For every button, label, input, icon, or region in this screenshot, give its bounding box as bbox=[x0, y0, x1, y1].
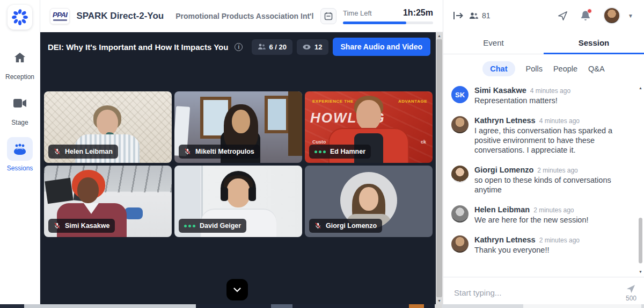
scrollbar-up-arrow[interactable]: ▲ bbox=[436, 32, 443, 39]
avatar bbox=[451, 235, 469, 253]
mic-muted-icon bbox=[54, 148, 61, 155]
message-author: Kathryn Letness2 minutes ago bbox=[474, 235, 580, 244]
capacity-badge: 6 / 20 bbox=[252, 39, 293, 55]
message-author: Kathryn Letness4 minutes ago bbox=[474, 116, 628, 125]
scrollbar-thumb[interactable] bbox=[436, 39, 442, 297]
mic-muted-icon bbox=[54, 222, 61, 230]
sidebar-item-reception[interactable]: Reception bbox=[5, 46, 34, 81]
chevron-down-icon bbox=[233, 288, 241, 292]
attendee-count-value: 81 bbox=[482, 11, 491, 20]
message-text: We are here for the new session! bbox=[474, 216, 589, 225]
people-icon bbox=[469, 12, 478, 19]
schedule-button[interactable] bbox=[320, 8, 336, 24]
chat-input[interactable] bbox=[454, 288, 620, 297]
user-avatar[interactable] bbox=[603, 7, 620, 24]
notifications-button[interactable] bbox=[581, 10, 590, 21]
panel-tabs: Event Session bbox=[443, 31, 644, 54]
scrollbar-thumb[interactable] bbox=[639, 218, 642, 263]
video-tile-giorgi-lomenzo[interactable]: Giorgi Lomenzo bbox=[305, 166, 433, 237]
chevron-down-icon[interactable]: ▼ bbox=[628, 13, 633, 19]
message-timestamp: 2 minutes ago bbox=[533, 206, 574, 214]
video-tile-ed-hamner[interactable]: EXPERIENCE THE ADVANTAGE HOWLING Custo c… bbox=[305, 91, 433, 163]
sessions-people-icon bbox=[13, 143, 27, 155]
scrollbar-segment bbox=[0, 304, 24, 308]
sidebar-item-label: Reception bbox=[5, 73, 34, 81]
message-timestamp: 4 minutes ago bbox=[530, 87, 570, 95]
participant-name-tag: Mikelti Metropulos bbox=[179, 145, 260, 159]
sidebar-item-label: Sessions bbox=[7, 164, 33, 172]
session-header: DEI: Why It's Important and How It Impac… bbox=[40, 32, 443, 57]
avatar bbox=[451, 166, 469, 183]
attendee-count[interactable]: 81 bbox=[469, 11, 491, 20]
banner-text: ADVANTAGE bbox=[398, 99, 427, 104]
eye-icon bbox=[303, 44, 311, 50]
scrollbar-thumb[interactable] bbox=[523, 304, 641, 308]
participant-name-tag: Giorgi Lomenzo bbox=[309, 219, 382, 233]
time-left-module: Time Left 1h:25m bbox=[320, 8, 433, 24]
scrollbar-up-arrow[interactable]: ▲ bbox=[638, 85, 643, 91]
notification-dot bbox=[587, 9, 592, 13]
video-grid: Helen Leibman bbox=[44, 91, 433, 237]
session-stage: DEI: Why It's Important and How It Impac… bbox=[40, 32, 443, 308]
chat-message: Giorgi Lomenzo2 minutes ago so open to t… bbox=[451, 166, 628, 195]
chat-scrollbar[interactable]: ▲ ▼ bbox=[638, 85, 643, 275]
main-column: PPAI SPARK Direct-2-You Promotional Prod… bbox=[40, 0, 443, 308]
ppai-logo-text: PPAI bbox=[53, 11, 67, 18]
ppai-logo: PPAI bbox=[50, 8, 70, 24]
left-sidebar: Reception Stage Sessions bbox=[0, 0, 40, 308]
message-timestamp: 2 minutes ago bbox=[539, 237, 580, 244]
subtab-people[interactable]: People bbox=[553, 65, 577, 73]
subtab-polls[interactable]: Polls bbox=[526, 65, 543, 73]
share-invite-icon[interactable] bbox=[558, 11, 568, 21]
tab-event[interactable]: Event bbox=[443, 31, 544, 54]
collapse-panel-icon[interactable] bbox=[453, 11, 464, 20]
scrollbar-segment bbox=[409, 304, 424, 308]
mic-muted-icon bbox=[314, 222, 321, 230]
avatar bbox=[451, 116, 469, 133]
scrollbar-down-arrow[interactable]: ▼ bbox=[638, 269, 643, 275]
video-tile-simi-kasakwe[interactable]: Simi Kasakwe bbox=[44, 166, 172, 237]
scrollbar-down-arrow[interactable]: ▼ bbox=[436, 297, 443, 304]
sidebar-item-stage[interactable]: Stage bbox=[7, 91, 33, 126]
chat-composer: 500 bbox=[443, 277, 644, 308]
participant-name-tag: Helen Leibman bbox=[48, 145, 118, 159]
subtab-qa[interactable]: Q&A bbox=[588, 65, 605, 73]
scrollbar-thumb[interactable] bbox=[24, 304, 196, 308]
home-icon bbox=[14, 52, 26, 63]
app-window: Reception Stage Sessions bbox=[0, 0, 644, 308]
subtab-chat[interactable]: Chat bbox=[482, 61, 515, 76]
ppai-logo-tagline bbox=[53, 19, 67, 21]
send-message-icon[interactable] bbox=[626, 284, 636, 294]
viewer-count: 12 bbox=[314, 43, 322, 51]
time-left-label: Time Left bbox=[343, 9, 372, 17]
message-timestamp: 2 minutes ago bbox=[537, 167, 577, 174]
video-tile-mikelti-metropulos[interactable]: Mikelti Metropulos bbox=[174, 91, 302, 163]
chat-message-list: SK Simi Kasakwe4 minutes ago Representat… bbox=[443, 83, 644, 277]
participants-icon bbox=[258, 44, 266, 50]
participant-name-tag: Ed Hamner bbox=[309, 145, 371, 159]
session-title: DEI: Why It's Important and How It Impac… bbox=[48, 42, 228, 52]
chat-message: Kathryn Letness2 minutes ago Thank you e… bbox=[451, 235, 628, 255]
session-subtabs: Chat Polls People Q&A bbox=[443, 54, 644, 83]
participant-name-tag: Simi Kasakwe bbox=[48, 219, 115, 233]
chat-message: Helen Leibman2 minutes ago We are here f… bbox=[451, 205, 628, 225]
stage-vertical-scrollbar[interactable]: ▲ ▼ bbox=[436, 32, 443, 304]
scroll-down-stage-button[interactable] bbox=[226, 279, 248, 300]
info-icon[interactable]: i bbox=[235, 43, 243, 51]
scrollbar-segment bbox=[271, 304, 292, 308]
capacity-value: 6 / 20 bbox=[269, 43, 287, 51]
message-timestamp: 4 minutes ago bbox=[539, 117, 580, 125]
time-progress-track bbox=[343, 22, 433, 24]
viewers-badge: 12 bbox=[297, 39, 328, 55]
video-tile-helen-leibman[interactable]: Helen Leibman bbox=[44, 91, 172, 163]
banner-text: EXPERIENCE THE bbox=[312, 99, 354, 104]
share-audio-video-button[interactable]: Share Audio and Video bbox=[333, 38, 430, 56]
sidebar-item-sessions[interactable]: Sessions bbox=[7, 137, 33, 172]
chat-message: SK Simi Kasakwe4 minutes ago Representat… bbox=[451, 86, 628, 106]
tab-session[interactable]: Session bbox=[544, 31, 644, 54]
horizontal-scrollbar[interactable] bbox=[0, 304, 644, 308]
sidebar-item-label: Stage bbox=[11, 119, 28, 126]
stage-camera-icon bbox=[13, 98, 26, 108]
event-logo[interactable] bbox=[8, 5, 32, 30]
video-tile-david-geiger[interactable]: David Geiger bbox=[174, 166, 302, 237]
